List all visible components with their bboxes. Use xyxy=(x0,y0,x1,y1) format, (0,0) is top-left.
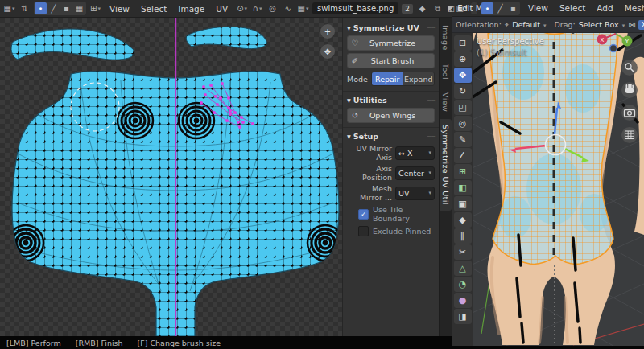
uv-falloff-dropdown[interactable]: ∿ xyxy=(282,2,294,14)
drag-dropdown[interactable]: Select Box ▾ xyxy=(579,20,625,29)
drag-grip-icon[interactable]: ┈┈ xyxy=(427,133,435,140)
tool-add-cube[interactable]: ⊞ xyxy=(454,164,472,179)
view-perspective-label: User Perspective xyxy=(477,36,544,47)
exclude-pinned-checkbox[interactable] xyxy=(358,226,369,236)
tool-measure[interactable]: ∠ xyxy=(454,148,472,163)
tool-scale[interactable]: ◰ xyxy=(454,100,472,115)
axis-position-select[interactable]: Center ▾ xyxy=(395,166,435,180)
tool-knife[interactable]: ✂ xyxy=(454,244,472,260)
mode-repair-button[interactable]: Repair xyxy=(372,72,403,85)
tab-tool[interactable]: Tool xyxy=(440,58,452,85)
uv-editor-type-icon: ▦ xyxy=(4,4,11,13)
uv-sync-select-toggle[interactable]: ⇅ xyxy=(19,2,31,14)
status-hint-f: [F] Change brush size xyxy=(138,339,221,347)
uv-sticky-select-dropdown[interactable]: ⊞ ▾ xyxy=(89,2,101,14)
menu-add[interactable]: Add xyxy=(592,2,617,14)
chevron-down-icon: ▾ xyxy=(245,6,248,12)
mesh-select-mode-face[interactable]: ▪ xyxy=(507,2,519,14)
uv-pan-gizmo[interactable]: ✥ xyxy=(320,44,335,59)
mesh-select-mode-edge[interactable]: ╱ xyxy=(494,2,506,14)
tool-move[interactable]: ✥ xyxy=(454,68,472,83)
symmetrize-button[interactable]: ♡ Symmetrize xyxy=(347,35,435,51)
utilities-section-header[interactable]: ▾ Utilities ┈┈ xyxy=(347,96,435,105)
uv-mirror-axis-select[interactable]: ↔ X ▾ xyxy=(395,146,435,160)
mirror-axis-icon: ↔ xyxy=(398,149,405,158)
drag-grip-icon[interactable]: ┈┈ xyxy=(427,96,435,104)
uv-zoom-gizmo[interactable]: + xyxy=(320,24,335,39)
tool-cursor[interactable]: ⊕ xyxy=(454,51,472,67)
mirror-x-toggle[interactable]: X xyxy=(638,20,644,30)
tab-view[interactable]: View xyxy=(440,87,452,117)
image-name-field[interactable]: swimsuit_base.png xyxy=(312,2,398,14)
start-brush-button[interactable]: ✐ Start Brush xyxy=(347,53,435,68)
swimsuit-mesh[interactable] xyxy=(488,24,618,264)
axis-z-neg-ball[interactable] xyxy=(610,45,617,52)
collapse-icon: ▾ xyxy=(347,23,351,32)
pan-hand-icon: ✥ xyxy=(324,47,331,56)
panel-title: Symmetrize UV xyxy=(353,23,419,32)
falloff-curve-icon: ∿ xyxy=(284,4,291,13)
orientation-label: Orientation: xyxy=(456,20,502,29)
mode-dropdown[interactable]: ◩ Edit Mode ▾ xyxy=(471,2,477,14)
collapse-icon: ▾ xyxy=(347,96,351,105)
mode-label: Mode xyxy=(347,75,368,84)
viewport-zoom-button[interactable] xyxy=(621,60,638,76)
tool-poly-build[interactable]: △ xyxy=(454,261,472,276)
tab-image[interactable]: Image xyxy=(440,19,452,56)
image-users-count[interactable]: 2 xyxy=(402,4,413,14)
tool-extrude-region[interactable]: ◧ xyxy=(454,180,472,195)
image-browse-dropdown[interactable]: ▦ ▾ xyxy=(297,2,309,14)
uv-select-mode-face[interactable]: ▪ xyxy=(60,2,72,14)
panel-section-header[interactable]: ▾ Symmetrize UV ┈┈ xyxy=(347,23,435,32)
blender-window: ▦ ▾ ⇅ ∙ ╱ ▪ ▦ ⊞ ▾ ViewSelectImageUV ⊙ ▾ … xyxy=(0,0,644,349)
status-hint-lmb: [LMB] Perform xyxy=(6,339,61,347)
viewport-ortho-button[interactable] xyxy=(621,127,638,143)
use-tile-boundary-checkbox[interactable]: ✓ xyxy=(358,209,369,220)
uv-select-mode-edge[interactable]: ╱ xyxy=(47,2,60,14)
axis-y-label: Y xyxy=(625,39,630,45)
mesh-select-mode-group: ∙ ╱ ▪ xyxy=(481,2,520,15)
tool-bevel[interactable]: ◆ xyxy=(454,212,472,228)
tool-annotate[interactable]: ✎ xyxy=(454,132,472,147)
uv-select-mode-island[interactable]: ▦ xyxy=(73,2,85,14)
menu-select[interactable]: Select xyxy=(136,2,171,15)
tool-spin[interactable]: ◔ xyxy=(454,277,472,292)
tool-smooth[interactable]: ● xyxy=(454,293,472,308)
mesh-mirror-select[interactable]: UV ▾ xyxy=(395,187,435,200)
drag-grip-icon[interactable]: ┈┈ xyxy=(427,24,435,31)
uv-select-mode-vertex[interactable]: ∙ xyxy=(35,2,47,14)
uv-proportional-edit-toggle[interactable]: ◎ xyxy=(266,2,279,14)
mesh-select-mode-vertex[interactable]: ∙ xyxy=(481,2,493,14)
chevron-down-icon: ▾ xyxy=(259,6,262,12)
tool-inset-faces[interactable]: ▣ xyxy=(454,196,472,211)
uv-pivot-dropdown[interactable]: ⊙ ▾ xyxy=(236,2,248,14)
setup-section-header[interactable]: ▾ Setup ┈┈ xyxy=(347,132,435,141)
status-hint-rmb: [RMB] Finish xyxy=(76,339,123,347)
panel-divider xyxy=(343,91,439,92)
pivot-icon: ⊙ xyxy=(237,4,243,13)
uv-sync-select-icon: ⇅ xyxy=(21,4,27,13)
tool-rotate[interactable]: ↻ xyxy=(454,84,472,99)
tool-settings-bar: Orientation: ⌖ Default ▾ Drag: Select Bo… xyxy=(452,17,644,33)
menu-mesh[interactable]: Mesh xyxy=(620,2,644,14)
tool-transform[interactable]: ◎ xyxy=(454,116,472,131)
new-image-button[interactable]: ⧉ xyxy=(431,2,444,14)
tool-rip-region[interactable]: ◨ xyxy=(454,309,472,324)
open-wings-icon: ↺ xyxy=(348,111,362,120)
menu-uv[interactable]: UV xyxy=(211,2,233,15)
open-wings-button[interactable]: ↺ Open Wings xyxy=(347,108,435,123)
edge-select-icon: ╱ xyxy=(497,4,502,13)
uv-editor-type-button[interactable]: ▦ ▾ xyxy=(3,2,15,14)
fake-user-toggle[interactable]: ◆ xyxy=(416,2,428,14)
menu-view[interactable]: View xyxy=(523,2,553,14)
menu-view[interactable]: View xyxy=(105,2,134,15)
tool-loop-cut[interactable]: ∥ xyxy=(454,228,472,244)
menu-image[interactable]: Image xyxy=(173,2,209,15)
tool-select-box[interactable]: ⊡ xyxy=(454,35,472,51)
tab-symmetrize-uv-util[interactable]: Symmetrize UV Util xyxy=(440,119,452,211)
uv-island-wings[interactable] xyxy=(11,27,267,60)
orientation-dropdown[interactable]: Default ▾ xyxy=(512,20,546,29)
menu-select[interactable]: Select xyxy=(555,2,590,14)
mode-expand-button[interactable]: Expand xyxy=(402,72,434,85)
uv-snap-dropdown[interactable]: ∩ ▾ xyxy=(251,2,263,14)
